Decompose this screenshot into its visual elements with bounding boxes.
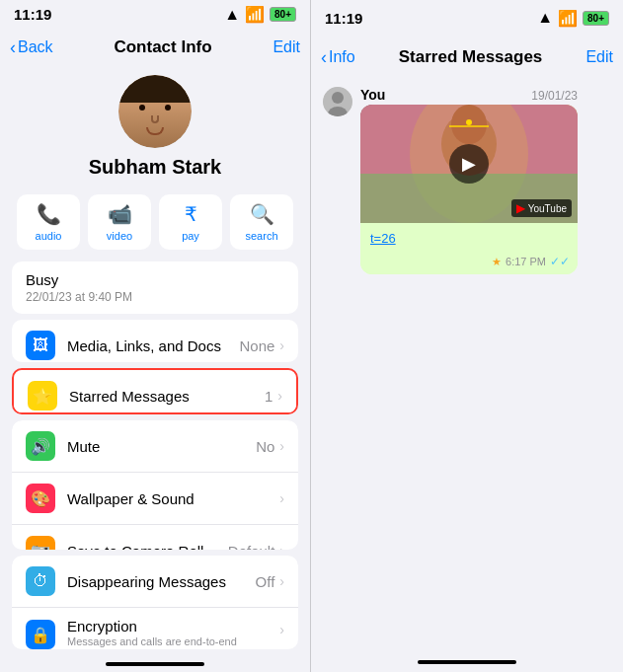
search-label: search — [245, 230, 277, 242]
left-panel: 11:19 ▲ 📶 80+ ‹ Back Contact Info Edit — [0, 0, 311, 672]
status-label: Busy — [26, 271, 284, 288]
play-button[interactable]: ▶ — [449, 144, 489, 184]
pay-icon: ₹ — [185, 202, 197, 226]
disappearing-label: Disappearing Messages — [67, 573, 256, 590]
home-bar — [106, 662, 204, 666]
right-nav-bar: ‹ Info Starred Messages Edit — [311, 36, 623, 79]
timer-icon: ⏱ — [26, 566, 55, 596]
mute-chevron-icon: › — [279, 438, 284, 454]
right-battery: 80+ — [583, 11, 609, 26]
encryption-chevron-icon: › — [279, 622, 284, 637]
left-edit-button[interactable]: Edit — [273, 38, 300, 56]
chevron-left-icon: ‹ — [10, 37, 16, 58]
wallpaper-chevron-icon: › — [279, 490, 284, 506]
audio-label: audio — [36, 230, 62, 242]
mute-row[interactable]: 🔊 Mute No › — [12, 420, 298, 473]
starred-chevron-icon: › — [277, 388, 282, 404]
right-back-button[interactable]: ‹ Info — [321, 47, 355, 68]
profile-section: Subham Stark — [0, 65, 310, 194]
wallpaper-icon: 🎨 — [26, 484, 55, 513]
media-bubble: ▶ ▶ YouTube t=26 ★ 6:17 PM ✓✓ — [360, 105, 578, 274]
right-status-bar: 11:19 ▲ 📶 80+ — [311, 0, 623, 36]
right-home-bar — [418, 660, 516, 664]
right-chevron-left-icon: ‹ — [321, 47, 327, 68]
security-section: ⏱ Disappearing Messages Off › 🔒 Encrypti… — [12, 556, 298, 649]
left-home-indicator — [0, 655, 310, 672]
bubble-meta: ★ 6:17 PM ✓✓ — [360, 253, 578, 274]
bubble-caption: t=26 — [360, 223, 578, 253]
wallpaper-label: Wallpaper & Sound — [67, 490, 279, 507]
star-badge-icon: ★ — [492, 256, 502, 268]
left-nav-bar: ‹ Back Contact Info Edit — [0, 30, 310, 65]
right-panel: 11:19 ▲ 📶 80+ ‹ Info Starred Messages Ed… — [311, 0, 623, 672]
message-content: You 19/01/23 — [360, 87, 578, 274]
wallpaper-row[interactable]: 🎨 Wallpaper & Sound › — [12, 473, 298, 525]
camera-label: Save to Camera Roll — [67, 543, 228, 550]
right-nav-title: Starred Messages — [399, 47, 543, 67]
starred-messages-section: ⭐ Starred Messages 1 › — [12, 368, 298, 414]
mute-icon: 🔊 — [26, 431, 55, 461]
media-label: Media, Links, and Docs — [67, 337, 239, 354]
right-wifi-icon: 📶 — [558, 9, 578, 28]
disappearing-value: Off — [256, 573, 275, 590]
left-time: 11:19 — [14, 6, 51, 23]
avatar — [118, 75, 192, 148]
back-label: Back — [18, 38, 53, 56]
youtube-icon: ▶ — [516, 201, 525, 215]
video-label: video — [107, 230, 132, 242]
left-battery: 80+ — [270, 7, 296, 22]
profile-name: Subham Stark — [89, 156, 221, 179]
signal-icon: ▲ — [224, 6, 240, 24]
svg-point-8 — [466, 119, 472, 125]
media-chevron-icon: › — [279, 337, 284, 353]
camera-row[interactable]: 📷 Save to Camera Roll Default › — [12, 525, 298, 550]
audio-button[interactable]: 📞 audio — [17, 194, 80, 250]
star-icon: ⭐ — [28, 381, 57, 411]
left-nav-title: Contact Info — [114, 37, 211, 57]
media-row[interactable]: 🖼 Media, Links, and Docs None › — [12, 320, 298, 362]
action-buttons: 📞 audio 📹 video ₹ pay 🔍 search — [0, 194, 310, 261]
sender-name: You — [360, 87, 385, 103]
encryption-sublabel: Messages and calls are end-to-end encryp… — [67, 635, 279, 649]
starred-label: Starred Messages — [69, 388, 265, 405]
left-status-icons: ▲ 📶 80+ — [224, 5, 296, 24]
lock-icon: 🔒 — [26, 620, 55, 649]
sender-avatar — [323, 87, 352, 116]
chat-area: You 19/01/23 — [311, 79, 623, 652]
right-time: 11:19 — [325, 10, 362, 27]
double-check-icon: ✓✓ — [550, 255, 570, 268]
right-edit-button[interactable]: Edit — [585, 48, 613, 66]
right-back-label: Info — [329, 48, 355, 66]
media-icon: 🖼 — [26, 331, 55, 360]
media-value: None — [239, 337, 274, 354]
camera-icon: 📷 — [26, 536, 55, 550]
youtube-badge: ▶ YouTube — [511, 199, 572, 217]
pay-button[interactable]: ₹ pay — [159, 194, 222, 250]
video-thumbnail: ▶ ▶ YouTube — [360, 105, 578, 223]
right-signal-icon: ▲ — [537, 9, 553, 27]
wifi-icon: 📶 — [245, 5, 265, 24]
message-time: 6:17 PM — [506, 256, 546, 267]
starred-row[interactable]: ⭐ Starred Messages 1 › — [14, 370, 296, 414]
disappearing-row[interactable]: ⏱ Disappearing Messages Off › — [12, 556, 298, 608]
camera-value: Default — [228, 543, 275, 550]
video-icon: 📹 — [108, 202, 132, 226]
status-sub: 22/01/23 at 9:40 PM — [26, 290, 284, 304]
disappearing-chevron-icon: › — [279, 573, 284, 589]
search-icon: 🔍 — [250, 202, 274, 226]
video-link[interactable]: t=26 — [370, 231, 396, 246]
back-button[interactable]: ‹ Back — [10, 37, 53, 58]
left-status-bar: 11:19 ▲ 📶 80+ — [0, 0, 310, 30]
encryption-row[interactable]: 🔒 Encryption Messages and calls are end-… — [12, 608, 298, 649]
encryption-label: Encryption — [67, 618, 279, 635]
message-date: 19/01/23 — [531, 89, 578, 103]
search-button[interactable]: 🔍 search — [230, 194, 293, 250]
camera-chevron-icon: › — [279, 543, 284, 550]
mute-value: No — [256, 438, 274, 455]
video-button[interactable]: 📹 video — [88, 194, 151, 250]
sender-name-row: You 19/01/23 — [360, 87, 578, 103]
right-status-icons: ▲ 📶 80+ — [537, 9, 609, 28]
status-section: Busy 22/01/23 at 9:40 PM — [12, 261, 298, 314]
media-section: 🖼 Media, Links, and Docs None › — [12, 320, 298, 362]
right-home-indicator — [311, 652, 623, 672]
